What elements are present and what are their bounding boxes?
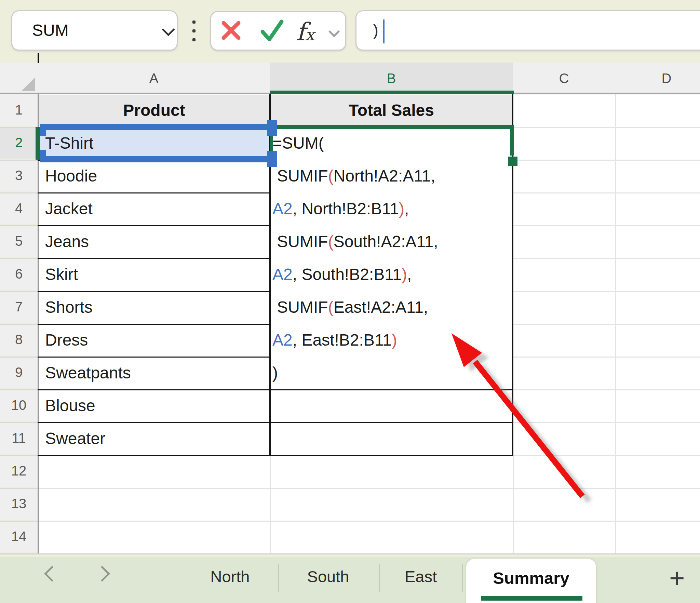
row-header-8[interactable]: 8 <box>0 324 38 356</box>
formula-line-8[interactable]: ) <box>272 357 532 389</box>
tabs-scroll-right-icon[interactable] <box>94 566 110 582</box>
formula-line-1[interactable]: =SUM( <box>272 127 532 160</box>
name-box[interactable]: SUM <box>11 10 178 51</box>
insert-function-fx-icon[interactable]: fx <box>296 19 314 47</box>
formula-line-6[interactable]: SUMIF(East!A2:A11, <box>272 291 532 324</box>
formula-input-value: ) <box>373 11 378 50</box>
cancel-x-icon[interactable] <box>219 18 243 43</box>
sheet-tab-north[interactable]: North <box>186 557 274 596</box>
row-header-1[interactable]: 1 <box>0 94 38 126</box>
row-header-5[interactable]: 5 <box>0 225 38 257</box>
sheet-tab-bar: North South East Summary + <box>0 557 700 603</box>
formula-line-2[interactable]: SUMIF(North!A2:A11, <box>272 160 532 192</box>
add-sheet-button[interactable]: + <box>669 559 685 598</box>
active-row-accent <box>36 127 40 160</box>
reference-border-bottom <box>40 156 271 162</box>
row-header-6[interactable]: 6 <box>0 258 38 290</box>
row-header-12[interactable]: 12 <box>0 455 38 487</box>
fill-handle[interactable] <box>508 157 517 166</box>
cell-a11-value[interactable]: Sweater <box>45 422 264 455</box>
cell-a10-value[interactable]: Blouse <box>45 389 264 422</box>
sheet-tab-south[interactable]: South <box>284 557 373 596</box>
select-all-corner[interactable] <box>0 63 38 94</box>
cell-a5-value[interactable]: Jeans <box>45 225 264 258</box>
select-all-triangle-icon <box>21 78 35 91</box>
active-cell-border-right <box>510 127 514 156</box>
column-header-b[interactable]: B <box>270 63 513 94</box>
cell-a4-value[interactable]: Jacket <box>45 192 264 225</box>
row-header-2[interactable]: 2 <box>0 127 38 159</box>
cursor-tick <box>38 53 39 63</box>
text-cursor <box>383 19 385 43</box>
column-header-d[interactable]: D <box>615 63 700 94</box>
formula-actions-box: fx <box>210 11 346 51</box>
sheet-tab-east[interactable]: East <box>378 557 463 596</box>
row-header-10[interactable]: 10 <box>0 389 38 421</box>
active-cell-border-top <box>270 125 514 129</box>
fx-chevron-down-icon[interactable] <box>328 26 340 37</box>
row-header-14[interactable]: 14 <box>0 521 38 552</box>
reference-handle-bottom-right[interactable] <box>267 151 277 167</box>
sheet-tab-summary-active[interactable]: Summary <box>466 559 596 603</box>
total-sales-column-header: Total Sales <box>271 95 512 126</box>
tabs-scroll-left-icon[interactable] <box>44 566 60 582</box>
confirm-check-icon[interactable] <box>258 17 286 44</box>
column-header-c[interactable]: C <box>513 63 615 94</box>
cell-a7-value[interactable]: Shorts <box>45 291 264 324</box>
formula-line-3[interactable]: A2, North!B2:B11), <box>272 192 532 225</box>
spreadsheet-app: SUM fx ) A B C D 1 2 3 4 5 6 7 <box>0 0 700 603</box>
formula-line-4[interactable]: SUMIF(South!A2:A11, <box>272 225 532 258</box>
column-header-a[interactable]: A <box>38 63 270 94</box>
reference-handle-bottom-left[interactable] <box>40 150 46 157</box>
formula-line-5[interactable]: A2, South!B2:B11), <box>272 258 532 291</box>
formula-input[interactable]: ) <box>355 10 700 51</box>
row-header-11[interactable]: 11 <box>0 422 38 454</box>
cell-a9-value[interactable]: Sweatpants <box>45 357 264 389</box>
name-box-value: SUM <box>32 11 69 50</box>
active-tab-underline <box>481 596 582 601</box>
row-header-9[interactable]: 9 <box>0 357 38 388</box>
row-header-4[interactable]: 4 <box>0 192 38 224</box>
formula-line-7[interactable]: A2, East!B2:B11) <box>272 324 532 357</box>
row-header-3[interactable]: 3 <box>0 160 38 191</box>
row-header-7[interactable]: 7 <box>0 291 38 323</box>
cell-a8-value[interactable]: Dress <box>45 324 264 357</box>
row-header-13[interactable]: 13 <box>0 488 38 520</box>
active-column-underline <box>270 91 514 94</box>
reference-border-top <box>40 124 271 130</box>
reference-handle-top-right[interactable] <box>267 120 277 136</box>
cell-a2-value[interactable]: T-Shirt <box>45 127 264 160</box>
product-column-header: Product <box>39 95 269 126</box>
name-box-chevron-down-icon[interactable] <box>162 23 175 36</box>
cell-a6-value[interactable]: Skirt <box>45 258 264 291</box>
reference-handle-top-left[interactable] <box>40 129 46 136</box>
cell-a3-value[interactable]: Hoodie <box>45 160 264 192</box>
